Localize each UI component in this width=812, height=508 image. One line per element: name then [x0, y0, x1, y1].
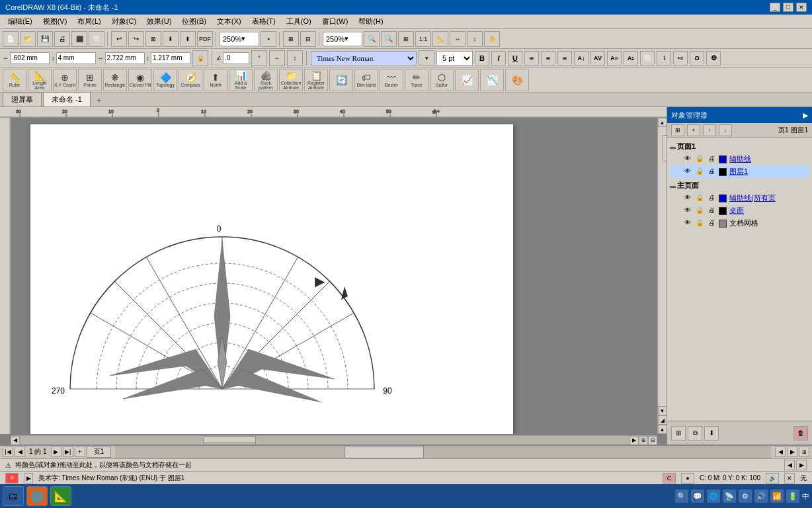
obj-layers-btn[interactable]: ⊞: [671, 124, 684, 136]
t18[interactable]: 📈: [455, 69, 479, 91]
chat-taskbar-icon[interactable]: 💬: [691, 489, 704, 503]
add-tab-button[interactable]: +: [93, 95, 105, 106]
scroll-thumb-v[interactable]: [663, 135, 667, 161]
rotate-tool[interactable]: 🔄: [329, 69, 353, 91]
cross-icon[interactable]: ✕: [784, 473, 795, 484]
desktop-label[interactable]: 桌面: [729, 206, 744, 216]
rock-pattern-tool[interactable]: 🪨 Rock pattern: [254, 69, 278, 91]
tb9[interactable]: ⬇: [163, 31, 179, 47]
settings-taskbar-icon[interactable]: ⚙: [739, 489, 752, 503]
xy-tool[interactable]: ⊕ X,Y Coord: [53, 69, 77, 91]
save-button[interactable]: 💾: [37, 31, 53, 47]
char-spacing-btn[interactable]: AV: [590, 51, 605, 65]
angle-unit-btn[interactable]: °: [251, 50, 267, 66]
scroll-h-left[interactable]: ◀: [775, 446, 786, 457]
menu-bitmap[interactable]: 位图(B): [177, 15, 212, 28]
north-tool[interactable]: ⬆ North: [204, 69, 227, 91]
align-right-btn[interactable]: ≡: [557, 51, 572, 65]
zoom-page[interactable]: 📐: [432, 31, 448, 47]
special-chars-btn[interactable]: Ω: [690, 51, 704, 65]
scroll-expand-v[interactable]: ▲: [658, 425, 667, 434]
sulfur-tool[interactable]: ⬡ Sulfur: [430, 69, 454, 91]
maximize-button[interactable]: □: [783, 3, 793, 12]
menu-window[interactable]: 窗口(W): [317, 15, 354, 28]
angle-input[interactable]: [223, 52, 249, 64]
desktop-item[interactable]: 👁 🔒 🖨 桌面: [670, 204, 809, 217]
menu-layout[interactable]: 布局(L): [72, 15, 106, 28]
italic-btn[interactable]: I: [491, 51, 506, 65]
prev-page-btn[interactable]: ◀: [15, 446, 25, 457]
font-select[interactable]: Times New Roman: [311, 51, 417, 65]
browser-button[interactable]: 🌐: [26, 486, 48, 506]
tb8[interactable]: ⊠: [145, 31, 161, 47]
zoom-dropdown-right[interactable]: 250%▾: [323, 32, 362, 46]
next-page-btn[interactable]: ▶: [51, 446, 61, 457]
t19[interactable]: 📉: [480, 69, 504, 91]
topology-tool[interactable]: 🔷 Topology: [153, 69, 177, 91]
color-mode-icon[interactable]: ●: [681, 473, 694, 484]
tb7[interactable]: ↪: [128, 31, 144, 47]
scroll-up-btn[interactable]: ▲: [658, 118, 667, 127]
tb5[interactable]: ⬜: [89, 31, 104, 47]
aux-lines-label[interactable]: 辅助线: [729, 154, 751, 164]
docgrid-label[interactable]: 文档网格: [729, 218, 758, 228]
align-center-btn[interactable]: ≡: [541, 51, 555, 65]
speaker-icon[interactable]: 🔊: [766, 473, 779, 484]
frame-btn[interactable]: ⬜: [640, 51, 655, 65]
label-tool[interactable]: 🏷 Dim label: [354, 69, 378, 91]
scroll-down-btn[interactable]: ▼: [658, 406, 667, 415]
obj-move-down-btn[interactable]: ↓: [719, 124, 732, 136]
menu-view[interactable]: 视图(V): [38, 15, 73, 28]
close-button[interactable]: ✕: [796, 3, 807, 12]
line-spacing-btn[interactable]: A≡: [607, 51, 622, 65]
zoom-dropdown-left[interactable]: 250%▾: [220, 32, 259, 46]
bottom-scroll-thumb[interactable]: [345, 446, 424, 458]
menu-effects[interactable]: 效果(U): [142, 15, 177, 28]
vertical-scrollbar[interactable]: ▲ ▼ ◢ ▲: [657, 118, 667, 434]
menu-text[interactable]: 文本(X): [212, 15, 247, 28]
font-size-select[interactable]: 5 pt: [436, 51, 473, 65]
canvas-expand-btn[interactable]: ⊞: [639, 436, 648, 445]
obj-down-btn[interactable]: ⬇: [704, 426, 719, 441]
font-dropdown-btn[interactable]: ▾: [419, 50, 434, 66]
obj-new-layer-btn[interactable]: +: [687, 124, 700, 136]
zoom-in[interactable]: 🔍: [364, 31, 380, 47]
tb14[interactable]: ⊟: [300, 31, 316, 47]
closed-fill-tool[interactable]: ◉ Closed Fill: [128, 69, 152, 91]
zoom-fit[interactable]: ⊞: [398, 31, 414, 47]
bezier-tool[interactable]: 〰 Bezier: [380, 69, 403, 91]
obj-manager-expand-btn[interactable]: ▶: [803, 111, 808, 120]
y-input[interactable]: [56, 52, 96, 64]
collection-tool[interactable]: 📁 Collection Atribute: [279, 69, 303, 91]
page1-tab[interactable]: 页1: [87, 446, 112, 458]
menu-table[interactable]: 表格(T): [247, 15, 281, 28]
last-page-btn[interactable]: ▶|: [63, 446, 73, 457]
docgrid-item[interactable]: 👁 🔒 🖨 文档网格: [670, 217, 809, 230]
register-tool[interactable]: 📋 Register Atribute: [304, 69, 328, 91]
zoom-out[interactable]: 🔍: [381, 31, 397, 47]
titlebar-controls[interactable]: _ □ ✕: [770, 3, 807, 12]
subscript-btn[interactable]: A₂: [624, 51, 638, 65]
compass-tool[interactable]: 🧭 Compass: [179, 69, 202, 91]
aux-all-pages-item[interactable]: 👁 🔒 🖨 辅助线(所有页: [670, 192, 809, 204]
text-options-btn[interactable]: A↕: [574, 51, 589, 65]
tb10[interactable]: ⬆: [180, 31, 196, 47]
columns-btn[interactable]: ⫶: [657, 51, 671, 65]
obj-new-btn[interactable]: ⊞: [671, 426, 686, 441]
globe-taskbar-icon[interactable]: 🌐: [707, 489, 720, 503]
canvas-fit-btn[interactable]: ⊞: [799, 446, 809, 457]
zoom-width[interactable]: ↔: [450, 31, 466, 47]
trace-tool[interactable]: ✏ Trace: [405, 69, 428, 91]
tb11[interactable]: PDF: [197, 31, 213, 47]
menu-tools[interactable]: 工具(O): [281, 15, 317, 28]
search-taskbar-icon[interactable]: 🔍: [675, 489, 688, 503]
bold-btn[interactable]: B: [475, 51, 489, 65]
zoom-height[interactable]: ↕: [467, 31, 483, 47]
notify-taskbar-icon[interactable]: 📡: [723, 489, 736, 503]
grid-tool[interactable]: ⊞ Points: [78, 69, 102, 91]
scroll-corner[interactable]: ◢: [658, 415, 667, 425]
insert-symbol-btn[interactable]: ⊕: [706, 51, 721, 65]
palette-next[interactable]: ▶: [796, 460, 807, 470]
bullets-btn[interactable]: •≡: [673, 51, 688, 65]
tb4[interactable]: ⬛: [71, 31, 87, 47]
